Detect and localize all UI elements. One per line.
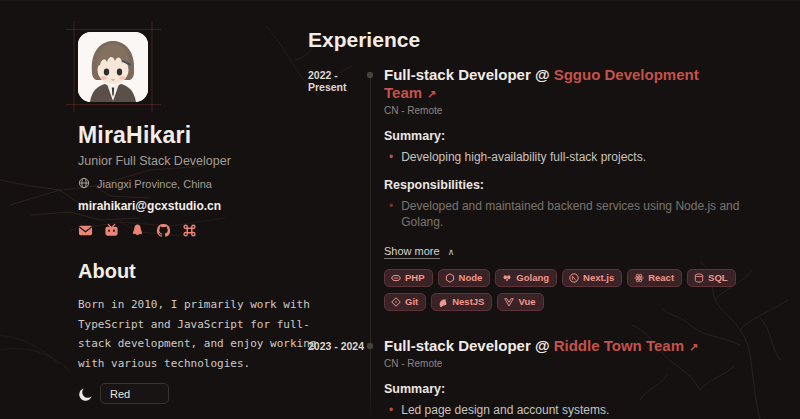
external-link-icon: ↗ (689, 341, 698, 353)
tag-git: Git (384, 293, 426, 311)
bullet-text: Led page design and account systems. (401, 402, 609, 418)
react-icon (634, 273, 644, 283)
nextjs-icon (569, 273, 579, 283)
github-icon[interactable] (156, 223, 171, 238)
tag-label: Git (405, 296, 418, 308)
show-more-button[interactable]: Show more∧ (384, 245, 454, 257)
qq-penguin-icon[interactable] (130, 223, 145, 238)
experience-location: CN - Remote (384, 358, 748, 369)
bullet-item: •Developed and maintained backend servic… (384, 198, 748, 230)
theme-select[interactable]: Red (100, 383, 169, 404)
mail-icon[interactable] (78, 223, 93, 238)
experience-title: Full-stack Developer @ Riddle Town Team↗ (384, 337, 748, 356)
bullet-text: Developing high-availability full-stack … (401, 149, 646, 165)
moon-icon[interactable] (78, 386, 94, 402)
email-link[interactable]: mirahikari@gcxstudio.cn (78, 199, 328, 213)
portfolio-page: { "colors": { "background": "#151110", "… (0, 0, 800, 419)
tag-nestjs: NestJS (431, 293, 492, 311)
sql-icon (694, 273, 704, 283)
summary-label: Summary: (384, 129, 748, 143)
experience-section: Experience 2022 - Present Full-stack Dev… (308, 28, 748, 419)
tag-label: PHP (405, 272, 425, 284)
profile-title: Junior Full Stack Developer (78, 154, 328, 168)
node-icon (445, 273, 455, 283)
tag-react: React (627, 269, 682, 287)
globe-icon (78, 177, 90, 191)
profile-name: MiraHikari (78, 122, 328, 149)
bullet-item: •Developing high-availability full-stack… (384, 149, 748, 165)
experience-period: 2023 - 2024 (308, 337, 368, 419)
experience-heading: Experience (308, 28, 748, 52)
experience-entry: 2023 - 2024 Full-stack Developer @ Riddl… (308, 337, 748, 419)
tag-list: PHPNodeGolangNext.jsReactSQLGitNestJSVue (384, 269, 744, 317)
experience-location: CN - Remote (384, 105, 748, 116)
social-icon-row (78, 223, 328, 238)
experience-period: 2022 - Present (308, 66, 368, 317)
git-icon (391, 297, 401, 307)
tag-vue: Vue (497, 293, 543, 311)
summary-list: •Led page design and account systems. (384, 402, 748, 418)
bullet-dot: • (389, 149, 393, 165)
tag-label: SQL (708, 272, 728, 284)
tag-nextjs: Next.js (562, 269, 622, 287)
bullet-item: •Led page design and account systems. (384, 402, 748, 418)
vue-icon (504, 297, 514, 307)
avatar (78, 32, 148, 102)
about-text: Born in 2010, I primarily work with Type… (78, 295, 330, 373)
theme-select-value: Red (110, 388, 130, 400)
experience-role: Full-stack Developer @ (384, 66, 550, 83)
external-link-icon: ↗ (427, 88, 436, 100)
summary-label: Summary: (384, 382, 748, 396)
php-icon (391, 273, 401, 283)
nestjs-icon (438, 297, 448, 307)
bullet-text: Developed and maintained backend service… (401, 198, 748, 230)
experience-company-link[interactable]: Riddle Town Team (554, 337, 684, 354)
tag-label: NestJS (452, 296, 484, 308)
tag-label: Vue (518, 296, 535, 308)
tag-sql: SQL (687, 269, 736, 287)
theme-row: Red (78, 383, 328, 404)
experience-title: Full-stack Developer @ Sgguo Development… (384, 66, 748, 103)
experience-role: Full-stack Developer @ (384, 337, 550, 354)
tag-label: Golang (516, 272, 549, 284)
tag-node: Node (438, 269, 491, 287)
timeline-dot (367, 72, 373, 78)
responsibilities-label: Responsibilities: (384, 178, 748, 192)
golang-icon (502, 273, 512, 283)
sidebar: MiraHikari Junior Full Stack Developer J… (78, 32, 328, 404)
tag-label: Node (459, 272, 483, 284)
summary-list: •Developing high-availability full-stack… (384, 149, 748, 165)
tag-label: React (648, 272, 674, 284)
command-icon[interactable] (182, 223, 197, 238)
experience-entry: 2022 - Present Full-stack Developer @ Sg… (308, 66, 748, 317)
chevron-up-icon: ∧ (448, 247, 455, 257)
tag-php: PHP (384, 269, 433, 287)
about-heading: About (78, 260, 328, 283)
tag-golang: Golang (495, 269, 557, 287)
bullet-dot: • (389, 198, 393, 230)
timeline-dot (367, 343, 373, 349)
bilibili-icon[interactable] (104, 223, 119, 238)
bullet-dot: • (389, 402, 393, 418)
responsibilities-list: •Developed and maintained backend servic… (384, 198, 748, 230)
tag-label: Next.js (583, 272, 614, 284)
profile-location: Jiangxi Province, China (97, 178, 212, 190)
